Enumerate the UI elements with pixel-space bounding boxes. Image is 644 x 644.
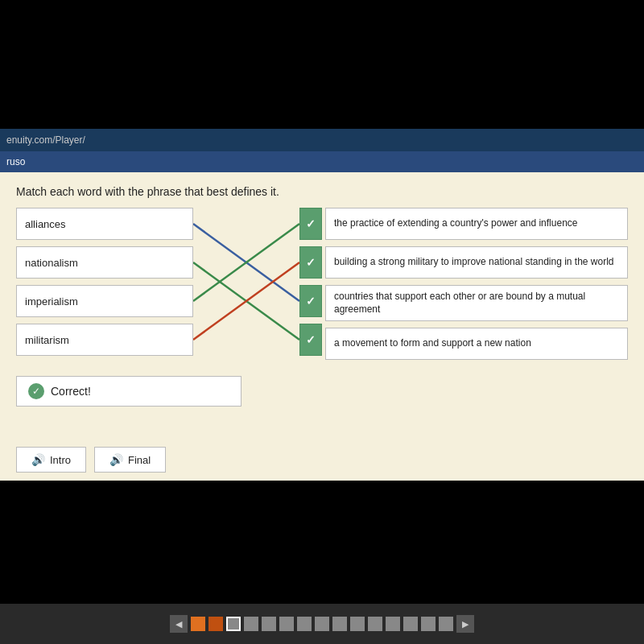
- word-imperialism[interactable]: imperialism: [16, 285, 193, 317]
- def-box-3[interactable]: countries that support each other or are…: [325, 285, 628, 321]
- right-column: the practice of extending a country's po…: [325, 208, 628, 360]
- check-box-4: ✓: [299, 324, 322, 356]
- intro-audio-icon: 🔊: [31, 453, 45, 466]
- nav-square-6[interactable]: [279, 617, 294, 631]
- nav-square-13[interactable]: [403, 617, 418, 631]
- final-audio-icon: 🔊: [109, 453, 123, 466]
- final-button[interactable]: 🔊 Final: [94, 447, 166, 473]
- final-label: Final: [128, 454, 151, 466]
- intro-button[interactable]: 🔊 Intro: [16, 447, 86, 473]
- top-black-region: [0, 0, 644, 129]
- browser-bar: enuity.com/Player/: [0, 129, 644, 151]
- check-box-3: ✓: [299, 285, 322, 317]
- nav-square-7[interactable]: [297, 617, 312, 631]
- nav-square-11[interactable]: [368, 617, 382, 631]
- correct-label: Correct!: [51, 385, 91, 398]
- word-alliances[interactable]: alliances: [16, 208, 193, 240]
- nav-square-12[interactable]: [386, 617, 400, 631]
- correct-banner: ✓ Correct!: [16, 376, 242, 407]
- nav-square-15[interactable]: [439, 617, 453, 631]
- bottom-nav: ◀ ▶: [0, 604, 644, 644]
- question-text: Match each word with the phrase that bes…: [16, 185, 628, 198]
- tab-label: ruso: [6, 156, 25, 167]
- browser-url: enuity.com/Player/: [6, 134, 85, 146]
- check-box-1: ✓: [299, 208, 322, 240]
- nav-square-9[interactable]: [332, 617, 347, 631]
- middle-column: ✓ ✓ ✓ ✓: [193, 208, 322, 356]
- correct-icon: ✓: [28, 383, 44, 399]
- nav-square-3[interactable]: [226, 617, 241, 631]
- nav-square-8[interactable]: [315, 617, 329, 631]
- nav-square-4[interactable]: [244, 617, 258, 631]
- nav-next-button[interactable]: ▶: [456, 615, 474, 633]
- bottom-area: ◀ ▶ 3 of 16: [0, 631, 644, 644]
- nav-square-1[interactable]: [191, 617, 205, 631]
- tab-bar: ruso: [0, 151, 644, 172]
- word-nationalism[interactable]: nationalism: [16, 246, 193, 279]
- word-militarism[interactable]: militarism: [16, 324, 193, 356]
- nav-prev-button[interactable]: ◀: [170, 615, 188, 633]
- intro-label: Intro: [50, 454, 71, 466]
- matching-container: alliances nationalism imperialism milita…: [16, 208, 628, 360]
- nav-square-5[interactable]: [262, 617, 276, 631]
- nav-square-10[interactable]: [350, 617, 365, 631]
- bottom-buttons: 🔊 Intro 🔊 Final: [16, 447, 628, 473]
- main-content: Match each word with the phrase that bes…: [0, 172, 644, 481]
- checkboxes-column: ✓ ✓ ✓ ✓: [299, 208, 322, 356]
- nav-square-14[interactable]: [421, 617, 436, 631]
- def-box-1[interactable]: the practice of extending a country's po…: [325, 208, 628, 240]
- def-box-2[interactable]: building a strong military to improve na…: [325, 246, 628, 279]
- left-column: alliances nationalism imperialism milita…: [16, 208, 193, 356]
- nav-square-2[interactable]: [208, 617, 223, 631]
- def-box-4[interactable]: a movement to form and support a new nat…: [325, 328, 628, 360]
- check-box-2: ✓: [299, 246, 322, 279]
